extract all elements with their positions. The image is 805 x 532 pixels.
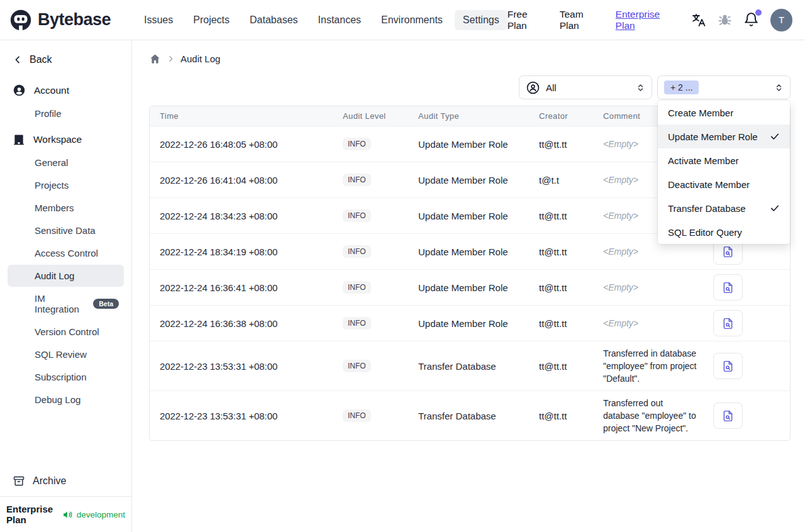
- nav-item[interactable]: Instances: [310, 10, 369, 30]
- cell-comment: Transferred out database "employee" to p…: [593, 391, 703, 441]
- cell-time: 2022-12-24 18:34:23 +08:00: [150, 198, 333, 234]
- nav-item[interactable]: Projects: [185, 10, 238, 30]
- audit-type-filter-select[interactable]: + 2 ... Create Member: [657, 75, 791, 99]
- sidebar-item-label: General: [35, 157, 68, 168]
- comment-text: Transferred out database "employee" to p…: [603, 398, 696, 433]
- sidebar-spacer: [0, 411, 131, 467]
- cell-level: INFO: [333, 234, 408, 270]
- cell-level: INFO: [333, 162, 408, 198]
- selector-chevrons-icon: [636, 83, 645, 92]
- view-detail-button[interactable]: [713, 353, 743, 379]
- sidebar-item-label: Audit Log: [35, 270, 74, 281]
- menu-item[interactable]: Create Member: [658, 101, 790, 125]
- sidebar-item-label: IM Integration: [35, 293, 88, 314]
- document-search-icon: [721, 360, 735, 373]
- sidebar-item[interactable]: Access Control: [8, 242, 124, 264]
- sidebar-item[interactable]: General: [8, 152, 124, 174]
- nav-item[interactable]: Settings: [455, 10, 508, 30]
- comment-text: <Empty>: [603, 175, 638, 185]
- archive-label: Archive: [33, 475, 66, 487]
- home-icon[interactable]: [149, 53, 161, 65]
- plan-bar: Enterprise Plan development: [0, 496, 131, 532]
- cell-type: Update Member Role: [408, 234, 529, 270]
- menu-item-label: Update Member Role: [668, 131, 758, 142]
- menu-item-label: Activate Member: [668, 155, 739, 166]
- cell-type: Update Member Role: [408, 306, 529, 341]
- col-audit-type: Audit Type: [408, 106, 529, 126]
- cell-actions: [703, 391, 791, 441]
- free-plan-label[interactable]: Free Plan: [508, 9, 548, 31]
- menu-item[interactable]: Transfer Database: [658, 196, 790, 220]
- nav-item[interactable]: Environments: [373, 10, 451, 30]
- cell-type: Transfer Database: [408, 391, 529, 441]
- menu-item[interactable]: Activate Member: [658, 148, 790, 172]
- sidebar-item[interactable]: Version Control: [8, 321, 124, 343]
- avatar[interactable]: T: [770, 9, 792, 31]
- translate-icon[interactable]: [691, 13, 706, 28]
- nav-item[interactable]: Databases: [242, 10, 306, 30]
- cell-type: Transfer Database: [408, 341, 529, 391]
- breadcrumb-chevron-icon: [167, 55, 175, 63]
- comment-text: <Empty>: [603, 211, 638, 221]
- cell-creator: tt@tt.tt: [529, 270, 593, 306]
- sidebar-item[interactable]: Sensitive Data: [8, 219, 124, 241]
- sidebar-item-label: Subscription: [35, 372, 87, 382]
- cell-actions: [703, 341, 791, 391]
- sidebar-item[interactable]: Projects: [8, 174, 124, 196]
- enterprise-plan-link[interactable]: Enterprise Plan: [616, 9, 680, 31]
- section-workspace-title: Workspace: [33, 134, 82, 145]
- menu-item[interactable]: SQL Editor Query: [658, 220, 790, 244]
- view-detail-button[interactable]: [713, 274, 743, 301]
- sidebar-item[interactable]: SQL Review: [8, 343, 124, 365]
- sidebar-item[interactable]: Audit Log: [8, 265, 124, 287]
- audit-level-badge: INFO: [343, 281, 371, 294]
- cell-actions: [703, 306, 791, 341]
- breadcrumb: Audit Log: [149, 51, 791, 66]
- back-button[interactable]: Back: [0, 49, 131, 70]
- creator-filter-select[interactable]: All: [519, 75, 652, 99]
- chevron-left-icon: [13, 55, 23, 65]
- sidebar-item[interactable]: IM Integration Beta: [8, 287, 124, 320]
- sidebar-item-label: Sensitive Data: [35, 225, 96, 236]
- view-detail-button[interactable]: [713, 310, 743, 336]
- plan-name: Enterprise Plan: [6, 504, 58, 525]
- back-label: Back: [30, 54, 52, 65]
- cell-time: 2022-12-24 16:36:38 +08:00: [150, 306, 333, 341]
- cell-creator: tt@tt.tt: [529, 126, 593, 162]
- view-detail-button[interactable]: [713, 402, 743, 429]
- menu-item-label: Create Member: [668, 108, 733, 118]
- main-menu: Issues Projects Databases Instances Envi…: [136, 10, 508, 30]
- cell-time: 2022-12-23 13:53:31 +08:00: [150, 391, 333, 441]
- table-row: 2022-12-24 16:36:38 +08:00 INFO Update M…: [150, 306, 791, 341]
- sidebar-item[interactable]: Subscription: [8, 366, 124, 388]
- section-account-title: Account: [34, 85, 69, 96]
- cell-creator: t@t.t: [529, 162, 593, 198]
- sidebar-item[interactable]: Debug Log: [8, 389, 124, 411]
- cell-time: 2022-12-24 18:34:19 +08:00: [150, 234, 333, 270]
- team-plan-label[interactable]: Team Plan: [560, 9, 604, 31]
- notification-dot: [755, 9, 762, 16]
- cell-level: INFO: [333, 270, 408, 306]
- topnav-right: Free Plan Team Plan Enterprise Plan: [508, 9, 792, 31]
- brand[interactable]: Bytebase: [9, 8, 127, 32]
- sidebar-item[interactable]: Members: [8, 197, 124, 219]
- comment-text: <Empty>: [603, 139, 638, 149]
- top-navbar: Bytebase Issues Projects Databases Insta…: [0, 0, 805, 40]
- archive-button[interactable]: Archive: [0, 467, 131, 496]
- cell-comment: <Empty>: [593, 270, 703, 306]
- menu-item[interactable]: Deactivate Member: [658, 172, 790, 196]
- cell-level: INFO: [333, 306, 408, 341]
- bug-icon[interactable]: [718, 13, 732, 27]
- sidebar-item[interactable]: Profile: [8, 103, 124, 125]
- section-account: Account: [0, 78, 131, 103]
- cell-actions: [703, 270, 791, 306]
- sidebar-item-label: SQL Review: [35, 349, 87, 360]
- nav-item[interactable]: Issues: [136, 10, 181, 30]
- menu-item[interactable]: Update Member Role: [658, 125, 790, 148]
- document-search-icon: [721, 281, 735, 294]
- cell-type: Update Member Role: [408, 198, 529, 234]
- bell-icon[interactable]: [743, 12, 759, 28]
- workspace-items: General Projects Members Sensiti: [0, 152, 131, 411]
- col-audit-level: Audit Level: [333, 106, 408, 126]
- audit-level-badge: INFO: [343, 174, 371, 186]
